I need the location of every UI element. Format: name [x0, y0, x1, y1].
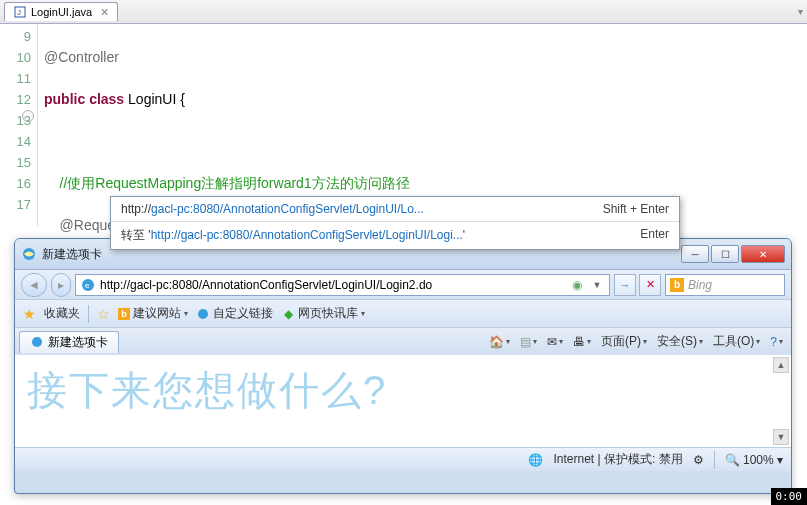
time-overlay: 0:00	[771, 488, 808, 505]
feeds-button[interactable]: ▤▾	[520, 335, 537, 349]
bing-icon: b	[118, 308, 130, 320]
svg-text:e: e	[85, 281, 90, 290]
svg-text:J: J	[17, 8, 21, 17]
print-icon: 🖶	[573, 335, 585, 349]
back-button[interactable]: ◄	[21, 273, 47, 297]
content-heading: 接下来您想做什么?	[27, 363, 779, 418]
editor-toolbar-right: ▾	[798, 6, 807, 17]
address-bar-row: ◄ ▸ e ◉ ▼ → ✕ b Bing	[15, 269, 791, 299]
scroll-up-button[interactable]: ▲	[773, 357, 789, 373]
shortcut-label: Enter	[549, 227, 669, 244]
line-gutter: 9 10 11 12 13 14 15 16 17	[0, 24, 38, 226]
compat-icon[interactable]: ◉	[569, 277, 585, 293]
mail-icon: ✉	[547, 335, 557, 349]
scroll-down-button[interactable]: ▼	[773, 429, 789, 445]
close-icon[interactable]: ✕	[100, 6, 109, 19]
url-suggestion-popup: http://gacl-pc:8080/AnnotationConfigServ…	[110, 196, 680, 250]
maximize-button[interactable]: ☐	[711, 245, 739, 263]
zoom-control[interactable]: 🔍 100% ▾	[725, 453, 783, 467]
address-bar[interactable]: e ◉ ▼	[75, 274, 610, 296]
favorites-bar: ★ 收藏夹 ☆ b 建议网站▾ 自定义链接 ◆ 网页快讯库▾	[15, 299, 791, 327]
forward-button[interactable]: ▸	[51, 273, 71, 297]
protected-mode-icon[interactable]: ⚙	[693, 453, 704, 467]
search-box[interactable]: b Bing	[665, 274, 785, 296]
fav-custom-links[interactable]: 自定义链接	[196, 305, 273, 322]
go-button[interactable]: →	[614, 274, 636, 296]
search-placeholder: Bing	[688, 278, 712, 292]
slice-icon: ◆	[281, 307, 295, 321]
dropdown-icon[interactable]: ▼	[589, 277, 605, 293]
globe-icon: 🌐	[528, 453, 543, 467]
url-input[interactable]	[100, 278, 565, 292]
home-button[interactable]: 🏠▾	[489, 335, 510, 349]
safety-menu[interactable]: 安全(S)▾	[657, 333, 703, 350]
editor-tab-label: LoginUI.java	[31, 6, 92, 18]
browser-tab[interactable]: 新建选项卡	[19, 331, 119, 353]
ie-icon	[21, 246, 37, 262]
java-file-icon: J	[13, 5, 27, 19]
favorites-label: 收藏夹	[44, 305, 80, 322]
svg-point-5	[198, 309, 208, 319]
status-bar: 🌐 Internet | 保护模式: 禁用 ⚙ 🔍 100% ▾	[15, 447, 791, 471]
fav-web-slices[interactable]: ◆ 网页快讯库▾	[281, 305, 365, 322]
close-button[interactable]: ✕	[741, 245, 785, 263]
editor-tab-loginui[interactable]: J LoginUI.java ✕	[4, 2, 118, 21]
tab-label: 新建选项卡	[48, 334, 108, 351]
stop-button[interactable]: ✕	[639, 274, 661, 296]
minimize-button[interactable]: ─	[681, 245, 709, 263]
fav-suggested-sites[interactable]: b 建议网站▾	[118, 305, 188, 322]
bing-icon: b	[670, 278, 684, 292]
ie-page-icon: e	[80, 277, 96, 293]
help-icon: ?	[770, 335, 777, 349]
security-zone-label: Internet | 保护模式: 禁用	[553, 451, 682, 468]
mail-button[interactable]: ✉▾	[547, 335, 563, 349]
ie-browser-window: 新建选项卡 ─ ☐ ✕ ◄ ▸ e ◉ ▼ → ✕ b Bing ★ 收藏夹	[14, 238, 792, 494]
page-menu[interactable]: 页面(P)▾	[601, 333, 647, 350]
ie-icon	[30, 335, 44, 349]
tools-menu[interactable]: 工具(O)▾	[713, 333, 760, 350]
add-favorite-icon[interactable]: ☆	[97, 306, 110, 322]
shortcut-label: Shift + Enter	[549, 202, 669, 216]
rss-icon: ▤	[520, 335, 531, 349]
print-button[interactable]: 🖶▾	[573, 335, 591, 349]
url-suggestion-row[interactable]: 转至 'http://gacl-pc:8080/AnnotationConfig…	[111, 222, 679, 249]
window-title: 新建选项卡	[42, 246, 102, 263]
url-suggestion-row[interactable]: http://gacl-pc:8080/AnnotationConfigServ…	[111, 197, 679, 222]
svg-point-6	[32, 337, 42, 347]
help-button[interactable]: ?▾	[770, 335, 783, 349]
favorites-star-icon[interactable]: ★	[23, 306, 36, 322]
ie-icon	[196, 307, 210, 321]
browser-content: 接下来您想做什么? ▲ ▼	[15, 355, 791, 447]
ie-tab-bar: 新建选项卡 🏠▾ ▤▾ ✉▾ 🖶▾ 页面(P)▾ 安全(S)▾ 工具(O)▾ ?…	[15, 327, 791, 355]
home-icon: 🏠	[489, 335, 504, 349]
